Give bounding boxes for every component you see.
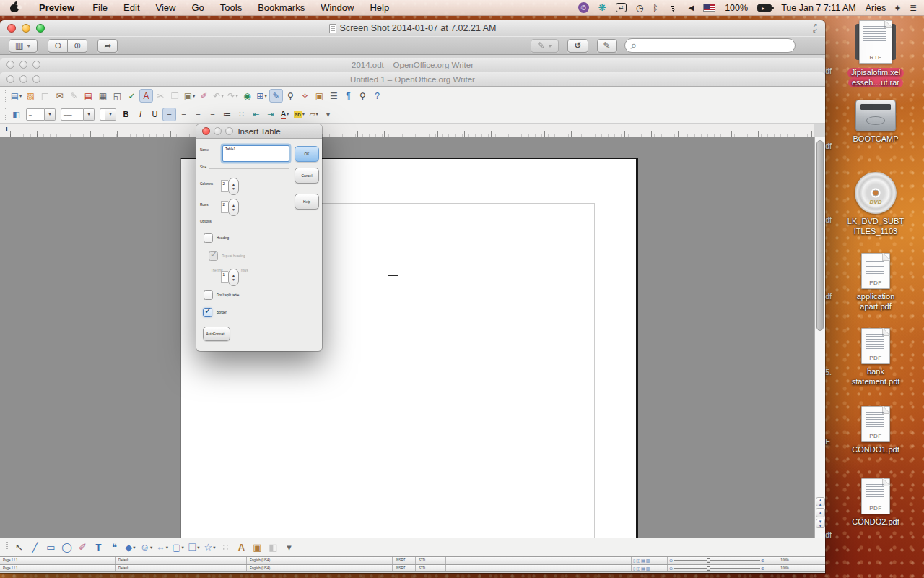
sync-icon[interactable]: ❋ <box>598 2 606 13</box>
status-segment-3[interactable]: INSRT <box>393 565 416 571</box>
help-button[interactable]: Help <box>295 194 319 210</box>
bluetooth-icon[interactable]: ᛒ <box>653 3 658 13</box>
occluded-desktop-label-fragment[interactable]: df <box>825 66 832 75</box>
columns-value[interactable]: 2 <box>221 180 228 192</box>
background-color-button[interactable]: ▱▾ <box>307 108 321 121</box>
border-checkbox[interactable]: ✓ <box>203 308 212 317</box>
zoom-slider[interactable]: ⊖⊕ <box>668 565 770 571</box>
occluded-desktop-label-fragment[interactable]: 5. <box>825 368 832 376</box>
next-page-button[interactable]: ▼▼ <box>816 519 825 528</box>
view-mode-button[interactable]: ▥ <box>646 558 650 563</box>
menu-bookmarks[interactable]: Bookmarks <box>250 0 313 16</box>
block-arrows-button[interactable]: ⇔▾ <box>155 540 169 554</box>
time-machine-icon[interactable]: ◷ <box>636 3 643 13</box>
data-sources-button[interactable]: ☰ <box>327 89 341 103</box>
edit-toolbar-button[interactable]: ✎ <box>597 39 617 53</box>
spellcheck-button[interactable]: ✓ <box>125 89 139 103</box>
italic-button[interactable]: I <box>134 108 147 121</box>
font-size-combo-value[interactable] <box>100 108 105 121</box>
menu-view[interactable]: View <box>148 0 184 16</box>
navigator-button[interactable]: ✧ <box>298 89 312 103</box>
dropdown-arrow-icon[interactable]: ▾ <box>235 93 237 99</box>
print-button[interactable]: ▦ <box>96 89 110 103</box>
paste-button[interactable]: ▣▾ <box>183 89 196 103</box>
basic-shapes-button[interactable]: ◆▾ <box>123 540 137 554</box>
align-right-button[interactable]: ≡ <box>191 108 205 121</box>
scrollbar-thumb[interactable] <box>816 140 824 331</box>
paragraph-style-combo[interactable]: –▾ <box>26 108 56 121</box>
status-segment-5[interactable] <box>446 565 632 571</box>
status-segment-2[interactable]: English (USA) <box>247 557 393 564</box>
dialog-titlebar[interactable]: Insert Table <box>196 124 322 139</box>
search-input[interactable] <box>640 41 789 50</box>
volume-icon[interactable]: ◀ <box>688 4 694 12</box>
flowchart-button[interactable]: ▢▾ <box>171 540 185 554</box>
occluded-desktop-label-fragment[interactable]: df <box>825 215 832 224</box>
cancel-button[interactable]: Cancel <box>295 168 319 184</box>
dropdown-arrow-icon[interactable]: ▾ <box>264 93 266 99</box>
rows-value[interactable]: 2 <box>221 201 228 213</box>
email-button[interactable]: ✉ <box>53 89 66 103</box>
dropdown-arrow-icon[interactable]: ▾ <box>133 545 135 551</box>
dropdown-arrow-icon[interactable]: ▾ <box>182 545 184 551</box>
spotlight-icon[interactable]: ⌖ <box>895 3 900 13</box>
desktop-icon-bank-statement-pdf[interactable]: PDFbankstatement.pdf <box>827 328 924 387</box>
help-button[interactable]: ? <box>370 89 384 103</box>
status-segment-0[interactable]: Page 1 / 1 <box>0 557 116 564</box>
desktop-icon-condo1-pdf[interactable]: PDFCONDO1.pdf <box>827 406 924 455</box>
zoom-button[interactable]: ⚲ <box>356 89 370 103</box>
highlighting-button[interactable]: ab▾ <box>292 108 306 121</box>
font-color-button[interactable]: A▾ <box>278 108 292 121</box>
desktop-icon-label[interactable]: BOOTCAMP <box>853 134 899 144</box>
increase-indent-button[interactable]: ⇥ <box>263 108 277 121</box>
view-mode-button[interactable]: ▯ <box>633 566 635 571</box>
occluded-desktop-label-fragment[interactable]: df <box>825 142 832 150</box>
view-mode-button[interactable]: ▤ <box>641 558 645 563</box>
input-language-flag-icon[interactable] <box>703 4 715 12</box>
occluded-desktop-label-fragment[interactable]: df <box>825 292 832 301</box>
toolbar-grip[interactable] <box>5 108 6 120</box>
view-mode-button[interactable]: ◫ <box>636 566 640 571</box>
menu-go[interactable]: Go <box>183 0 212 16</box>
desktop-icon-label[interactable]: Jipisalofim.xelesseh…ut.rar <box>847 68 904 87</box>
dont-split-checkbox[interactable] <box>204 290 213 300</box>
status-segment-4[interactable]: STD <box>416 557 446 564</box>
desktop-icon-condo2-pdf[interactable]: PDFCONDO2.pdf <box>827 478 924 527</box>
navigation-button[interactable]: ● <box>816 508 825 517</box>
preview-titlebar[interactable]: Screen Shot 2014-01-07 at 7.02.21 AM ↗↙ <box>0 20 825 36</box>
toolbar-grip[interactable] <box>5 90 6 102</box>
status-segment-5[interactable] <box>446 557 632 564</box>
zoom-slider-thumb[interactable] <box>707 558 710 563</box>
find-replace-button[interactable]: ⚲ <box>284 89 297 103</box>
open-button[interactable]: ▨ <box>24 89 38 103</box>
menu-help[interactable]: Help <box>362 0 397 16</box>
menu-window[interactable]: Window <box>313 0 362 16</box>
ellipse-button[interactable]: ◯ <box>60 540 74 554</box>
rows-stepper[interactable]: ▲▼ <box>228 199 239 216</box>
language-swap-icon[interactable]: ⇄ <box>616 3 627 12</box>
menu-edit[interactable]: Edit <box>116 0 147 16</box>
desktop-icon-lk-dvd-subt-itles-1103[interactable]: DVDLK_DVD_SUBTITLES_1103 <box>827 172 924 236</box>
desktop-icon-label[interactable]: CONDO2.pdf <box>852 517 899 527</box>
freeform-line-button[interactable]: ✐ <box>76 540 90 554</box>
styles-panel-button[interactable]: ◧ <box>9 108 23 121</box>
zoom-in-icon[interactable]: ⊕ <box>761 566 764 571</box>
page-preview-button[interactable]: ◱ <box>110 89 124 103</box>
status-segment-1[interactable]: Default <box>116 565 247 571</box>
symbol-shapes-button[interactable]: ☺▾ <box>139 540 153 554</box>
zoom-in-button[interactable]: ⊕ <box>68 39 87 53</box>
paragraph-style-combo-dropdown[interactable]: ▾ <box>45 108 56 121</box>
menu-tools[interactable]: Tools <box>212 0 250 16</box>
vertical-scrollbar[interactable]: ▲▲ ● ▼▼ <box>814 137 825 538</box>
tab-stop-marker[interactable]: L <box>6 126 10 133</box>
zoom-slider-thumb[interactable] <box>707 566 710 571</box>
table-button[interactable]: ⊞▾ <box>255 89 269 103</box>
select-button[interactable]: ↖ <box>12 540 26 554</box>
menu-preview[interactable]: Preview <box>31 0 84 16</box>
align-left-button[interactable]: ≡ <box>162 108 176 121</box>
bold-button[interactable]: B <box>119 108 133 121</box>
fontwork-button[interactable]: A <box>235 540 248 554</box>
search-field[interactable]: ⌕ <box>624 38 796 53</box>
previous-page-button[interactable]: ▲▲ <box>816 497 825 506</box>
fmt-overflow-button[interactable]: ▾ <box>321 108 335 121</box>
